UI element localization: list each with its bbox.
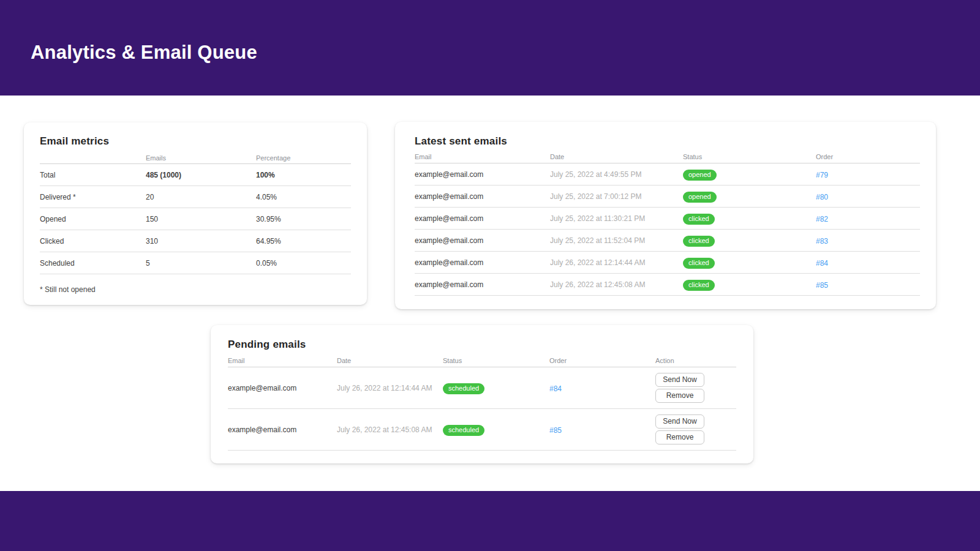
column-header-date: Date <box>337 357 443 364</box>
status-cell: clicked <box>683 234 816 247</box>
status-badge: clicked <box>683 214 715 225</box>
page-header: Analytics & Email Queue <box>0 0 980 96</box>
pending-emails-title: Pending emails <box>228 339 306 351</box>
date-cell: July 26, 2022 at 12:14:44 AM <box>337 384 443 392</box>
metric-emails: 150 <box>146 215 256 223</box>
metric-percentage: 30.95% <box>256 215 351 223</box>
column-header-email: Email <box>415 153 550 160</box>
order-link[interactable]: #84 <box>549 384 562 393</box>
table-row: example@email.com July 25, 2022 at 11:30… <box>415 208 920 230</box>
status-badge: clicked <box>683 236 715 247</box>
order-link[interactable]: #84 <box>816 259 828 268</box>
remove-button[interactable]: Remove <box>655 389 704 403</box>
table-row: example@email.com July 26, 2022 at 12:45… <box>415 274 920 296</box>
metric-percentage: 64.95% <box>256 237 351 246</box>
metric-percentage: 100% <box>256 171 351 179</box>
table-row: example@email.com July 26, 2022 at 12:45… <box>228 409 736 451</box>
date-cell: July 25, 2022 at 11:30:21 PM <box>550 214 683 223</box>
table-row: example@email.com July 25, 2022 at 7:00:… <box>415 186 920 208</box>
send-now-button[interactable]: Send Now <box>655 414 704 429</box>
metric-emails: 310 <box>146 237 256 246</box>
date-cell: July 25, 2022 at 11:52:04 PM <box>550 236 683 245</box>
status-badge: scheduled <box>443 425 484 436</box>
action-cell: Send Now Remove <box>655 414 736 444</box>
date-cell: July 25, 2022 at 4:49:55 PM <box>550 170 683 179</box>
column-header-order: Order <box>549 357 655 364</box>
status-badge: scheduled <box>443 383 484 394</box>
table-row: example@email.com July 26, 2022 at 12:14… <box>228 367 736 409</box>
metric-label: Opened <box>40 215 146 223</box>
column-header-action: Action <box>655 357 736 364</box>
table-row: example@email.com July 25, 2022 at 11:52… <box>415 230 920 252</box>
page-footer <box>0 491 980 551</box>
status-cell: clicked <box>683 257 816 269</box>
table-row: Opened 150 30.95% <box>40 208 351 230</box>
email-metrics-title: Email metrics <box>40 135 109 148</box>
metric-label: Scheduled <box>40 259 146 268</box>
pending-emails-table: Email Date Status Order Action example@e… <box>228 354 736 451</box>
remove-button[interactable]: Remove <box>655 430 704 444</box>
email-metrics-table: Emails Percentage Total 485 (1000) 100% … <box>40 152 351 274</box>
date-cell: July 26, 2022 at 12:45:08 AM <box>550 280 683 289</box>
metric-percentage: 4.05% <box>256 193 351 201</box>
status-badge: opened <box>683 170 717 181</box>
order-link[interactable]: #82 <box>816 215 828 223</box>
table-row: Delivered * 20 4.05% <box>40 186 351 208</box>
status-badge: clicked <box>683 280 715 291</box>
order-cell: #82 <box>816 213 920 224</box>
column-header-email: Email <box>228 357 337 364</box>
metrics-footnote: * Still not opened <box>40 285 96 294</box>
order-cell: #85 <box>549 424 655 435</box>
order-cell: #84 <box>549 383 655 394</box>
email-cell: example@email.com <box>415 258 550 267</box>
table-row: Scheduled 5 0.05% <box>40 252 351 274</box>
status-cell: clicked <box>683 212 816 225</box>
table-row: example@email.com July 25, 2022 at 4:49:… <box>415 163 920 186</box>
date-cell: July 26, 2022 at 12:14:44 AM <box>550 258 683 267</box>
table-row: Total 485 (1000) 100% <box>40 164 351 186</box>
order-cell: #83 <box>816 235 920 246</box>
order-link[interactable]: #85 <box>549 426 562 435</box>
latest-sent-table: Email Date Status Order example@email.co… <box>415 150 920 296</box>
latest-sent-title: Latest sent emails <box>415 135 507 148</box>
email-cell: example@email.com <box>415 214 550 223</box>
order-cell: #79 <box>816 169 920 180</box>
status-badge: clicked <box>683 258 715 269</box>
order-link[interactable]: #80 <box>816 193 828 201</box>
send-now-button[interactable]: Send Now <box>655 373 704 387</box>
order-cell: #80 <box>816 191 920 202</box>
email-cell: example@email.com <box>228 425 337 434</box>
table-header-row: Emails Percentage <box>40 152 351 164</box>
status-cell: scheduled <box>443 424 549 436</box>
email-cell: example@email.com <box>415 280 550 289</box>
order-cell: #85 <box>816 279 920 290</box>
column-header-status: Status <box>683 153 816 160</box>
status-badge: opened <box>683 192 717 203</box>
metric-emails: 20 <box>146 193 256 201</box>
status-cell: opened <box>683 190 816 203</box>
column-header-percentage: Percentage <box>256 154 351 162</box>
page-title: Analytics & Email Queue <box>31 42 257 64</box>
metric-label: Clicked <box>40 237 146 246</box>
status-cell: opened <box>683 168 816 181</box>
action-cell: Send Now Remove <box>655 373 736 403</box>
date-cell: July 25, 2022 at 7:00:12 PM <box>550 192 683 201</box>
column-header-emails: Emails <box>146 154 256 162</box>
order-link[interactable]: #83 <box>816 237 828 246</box>
email-metrics-card: Email metrics Emails Percentage Total 48… <box>24 122 367 305</box>
pending-emails-card: Pending emails Email Date Status Order A… <box>211 325 753 463</box>
status-cell: clicked <box>683 279 816 291</box>
table-row: example@email.com July 26, 2022 at 12:14… <box>415 252 920 274</box>
metric-label: Delivered * <box>40 193 146 201</box>
table-row: Clicked 310 64.95% <box>40 230 351 252</box>
table-header-row: Email Date Status Order Action <box>228 354 736 367</box>
order-link[interactable]: #79 <box>816 171 828 179</box>
order-cell: #84 <box>816 257 920 268</box>
email-cell: example@email.com <box>228 384 337 392</box>
email-cell: example@email.com <box>415 170 550 179</box>
metric-emails: 5 <box>146 259 256 268</box>
table-header-row: Email Date Status Order <box>415 150 920 163</box>
metric-emails: 485 (1000) <box>146 171 256 179</box>
column-header-date: Date <box>550 153 683 160</box>
order-link[interactable]: #85 <box>816 281 828 290</box>
